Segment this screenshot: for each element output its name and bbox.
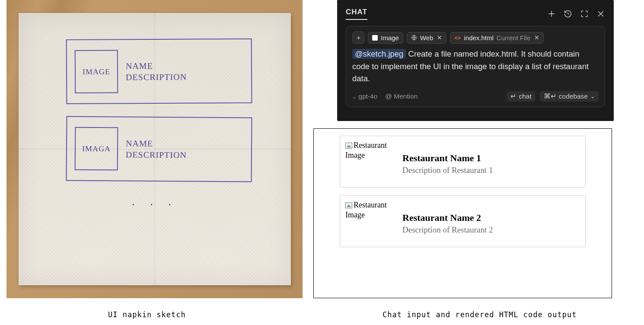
code-file-icon: <> (454, 35, 461, 41)
image-thumb-icon (372, 35, 378, 41)
add-context-button[interactable]: ＋ (352, 32, 364, 44)
globe-icon (411, 35, 417, 41)
chevron-down-icon: ⌄ (352, 94, 357, 100)
sketch-desc-label-2: DESCRIPTION (125, 150, 186, 160)
context-chip-web[interactable]: Web ✕ (407, 32, 447, 44)
sketch-name-label-1: NAME (125, 61, 186, 71)
mention-button[interactable]: @ Mention (385, 92, 418, 100)
caption-left: UI napkin sketch (108, 310, 186, 319)
chevron-down-icon: ⌄ (590, 93, 595, 99)
send-chat-button[interactable]: ↵ chat (507, 91, 535, 102)
restaurant-name: Restaurant Name 1 (402, 153, 493, 164)
model-name: gpt-4o (358, 92, 377, 100)
chip-file-status: Current File (497, 34, 530, 41)
sketch-image-box-2: IMAGA (74, 127, 118, 171)
close-icon[interactable] (596, 10, 605, 18)
chip-image-label: Image (381, 34, 399, 41)
chat-input-box[interactable]: ＋ Image Web ✕ <> index.html Current File… (346, 26, 605, 107)
restaurant-description: Description of Restaurant 1 (402, 166, 493, 175)
broken-image-placeholder: Restaurant Image (345, 200, 392, 220)
sketch-text-1: NAME DESCRIPTION (125, 59, 186, 83)
model-selector[interactable]: ⌄ gpt-4o (352, 92, 377, 100)
sketch-image-box-1: IMAGE (74, 50, 118, 93)
restaurant-name: Restaurant Name 2 (402, 212, 493, 223)
chip-web-remove-icon[interactable]: ✕ (437, 34, 442, 41)
enter-key-icon: ↵ (510, 92, 516, 100)
context-chip-file[interactable]: <> index.html Current File ✕ (450, 32, 544, 44)
chat-action-label: chat (519, 92, 531, 100)
sketch-text-2: NAME DESCRIPTION (125, 137, 186, 161)
broken-image-icon (345, 143, 352, 149)
broken-image-icon (345, 202, 352, 208)
chat-header: CHAT (346, 8, 605, 20)
sketch-ellipsis: . . . (40, 194, 269, 208)
cmd-enter-key-icon: ⌘↵ (544, 92, 556, 100)
sketch-card-2: IMAGA NAME DESCRIPTION (66, 116, 252, 182)
codebase-button[interactable]: ⌘↵ codebase ⌄ (540, 91, 599, 102)
fullscreen-icon[interactable] (580, 10, 589, 18)
chip-web-label: Web (420, 34, 434, 41)
restaurant-card: Restaurant Image Restaurant Name 1 Descr… (340, 136, 586, 188)
chat-prompt-text[interactable]: @sketch.jpeg Create a file named index.h… (352, 48, 599, 85)
restaurant-description: Description of Restaurant 2 (402, 225, 493, 235)
chat-tab[interactable]: CHAT (346, 8, 367, 20)
chip-file-remove-icon[interactable]: ✕ (534, 34, 539, 41)
context-chip-image[interactable]: Image (368, 32, 403, 44)
mention-chip-sketch[interactable]: @sketch.jpeg (352, 49, 406, 59)
napkin-paper: IMAGE NAME DESCRIPTION IMAGA NAME DESCRI… (19, 13, 291, 285)
sketch-card-1: IMAGE NAME DESCRIPTION (66, 38, 252, 104)
sketch-name-label-2: NAME (126, 138, 187, 149)
broken-image-placeholder: Restaurant Image (345, 140, 392, 160)
codebase-action-label: codebase (559, 92, 588, 100)
history-icon[interactable] (564, 10, 572, 18)
napkin-photo: IMAGE NAME DESCRIPTION IMAGA NAME DESCRI… (6, 0, 303, 298)
chat-panel: CHAT ＋ Image Web ✕ <> index.html Current… (337, 0, 614, 121)
sketch-desc-label-1: DESCRIPTION (126, 72, 187, 82)
plus-icon[interactable] (547, 10, 556, 18)
chat-header-actions (547, 10, 605, 18)
rendered-output-frame: Restaurant Image Restaurant Name 1 Descr… (313, 128, 612, 298)
caption-right: Chat input and rendered HTML code output (383, 310, 577, 319)
chat-footer: ⌄ gpt-4o @ Mention ↵ chat ⌘↵ codebase ⌄ (352, 91, 599, 102)
restaurant-card: Restaurant Image Restaurant Name 2 Descr… (340, 195, 586, 247)
context-chip-row: ＋ Image Web ✕ <> index.html Current File… (352, 32, 599, 44)
chip-file-name: index.html (464, 34, 493, 41)
